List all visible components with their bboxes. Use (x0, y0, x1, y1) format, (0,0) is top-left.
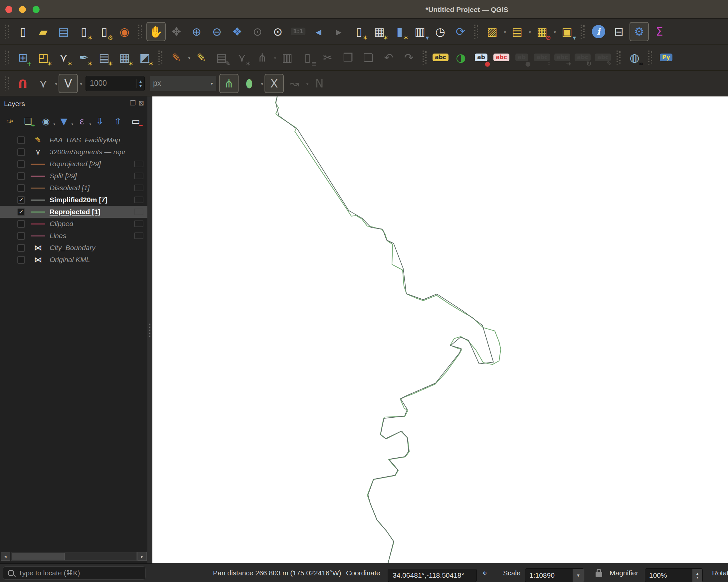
deselect-features-dropdown-icon[interactable]: ▾ (554, 30, 556, 34)
scroll-right-button[interactable]: ▸ (137, 552, 147, 561)
metasearch-button[interactable]: ◍∞ (625, 48, 644, 67)
select-features-by-value-dropdown-icon[interactable]: ▾ (529, 30, 531, 34)
layer-diagram-options-button[interactable]: ◑ (451, 48, 470, 67)
new-geopackage-layer-button[interactable]: ✒✶ (74, 48, 94, 67)
temporal-controller-button[interactable]: ◷ (431, 22, 450, 41)
float-panel-icon[interactable]: ❐ (130, 99, 136, 107)
new-virtual-layer-button[interactable]: ▦✶ (115, 48, 134, 67)
lock-scale-button[interactable] (596, 564, 602, 582)
layer-original-kml-checkbox[interactable] (17, 256, 25, 264)
layer-clipped[interactable]: Clipped (0, 218, 148, 230)
add-line-feature-button[interactable]: ⋎✶ (232, 48, 252, 67)
change-label-properties-button[interactable]: abc✎ (593, 48, 613, 67)
paste-features-button[interactable]: ❏ (359, 48, 378, 67)
scale-combobox[interactable]: 1:10890 ▾ (525, 566, 584, 582)
layer-original-kml[interactable]: ⋈Original KML (0, 254, 148, 266)
avoid-overlap-button[interactable]: N (310, 74, 329, 93)
zoom-last-button[interactable]: ◂ (309, 22, 328, 41)
layer-reprojected-1[interactable]: ✓Reprojected [1] (0, 206, 148, 218)
enable-tracing-button[interactable]: ↝▾ (285, 74, 304, 93)
rotate-label-button[interactable]: abc↻ (573, 48, 592, 67)
map-canvas[interactable] (152, 97, 728, 563)
zoom-in-button[interactable]: ⊕ (187, 22, 206, 41)
panel-splitter[interactable] (148, 97, 152, 563)
toolbar-grip-handle[interactable] (474, 25, 478, 38)
snapping-on-intersection-dropdown-icon[interactable]: ▾ (261, 81, 263, 86)
collapse-all-button[interactable]: ⇧ (110, 114, 125, 128)
snapping-units-dropdown-icon[interactable]: ▾ (211, 81, 213, 86)
scroll-left-button[interactable]: ◂ (1, 552, 10, 561)
show-layout-manager-button[interactable]: ▯⚙ (95, 22, 114, 41)
toolbar-grip-handle[interactable] (422, 51, 427, 64)
new-mesh-layer-button[interactable]: ◩✶ (135, 48, 154, 67)
layer-faa-uas-facilitymap-checkbox[interactable] (17, 136, 25, 144)
new-spatialite-layer-button[interactable]: ▤✶ (95, 48, 114, 67)
offset-label-button[interactable]: abc➜ (553, 48, 572, 67)
new-project-button[interactable]: ▯ (13, 22, 33, 41)
coordinate-input[interactable]: 34.06481°,-118.50418° (388, 566, 477, 582)
toolbar-grip-handle[interactable] (5, 25, 9, 38)
zoom-native-resolution-button[interactable]: 1:1 (288, 22, 308, 41)
new-map-view-button[interactable]: ▯✶ (349, 22, 369, 41)
manage-map-themes-dropdown-icon[interactable]: ▾ (53, 122, 55, 126)
snapping-mode-all-layers-button[interactable]: V▾ (58, 74, 78, 93)
zoom-to-layer-button[interactable]: ⊙ (268, 22, 287, 41)
filter-legend-dropdown-icon[interactable]: ▾ (71, 122, 73, 126)
snapping-tolerance-spinbox[interactable]: ▴▾ (85, 76, 145, 91)
python-console-button[interactable]: Py (656, 48, 676, 67)
toolbar-grip-handle[interactable] (5, 51, 9, 64)
remove-layer-button[interactable]: ▭− (128, 114, 143, 128)
copy-features-button[interactable]: ❐ (338, 48, 358, 67)
undo-button[interactable]: ↶ (379, 48, 398, 67)
layer-clipped-checkbox[interactable] (17, 220, 25, 228)
scrollbar-thumb[interactable] (11, 553, 65, 560)
layer-split-29[interactable]: Split [29] (0, 170, 148, 182)
open-project-button[interactable]: ▰ (34, 22, 53, 41)
select-features-dropdown-icon[interactable]: ▾ (504, 30, 506, 34)
refresh-map-button[interactable]: ⟳ (451, 22, 470, 41)
snapping-type-vertex-button[interactable]: ⋎▾ (34, 74, 53, 93)
current-edits-button[interactable]: ✎▾ (167, 48, 186, 67)
processing-toolbox-button[interactable]: ⚙ (629, 22, 649, 41)
locator-search-input[interactable]: Type to locate (⌘K) (3, 566, 146, 580)
select-features-by-value-button[interactable]: ▤▾ (508, 22, 527, 41)
scale-dropdown-icon[interactable]: ▾ (573, 569, 584, 582)
layer-lines[interactable]: Lines (0, 230, 148, 242)
layer-lines-checkbox[interactable] (17, 232, 25, 240)
layer-3200msegments[interactable]: ⋎3200mSegments — repr (0, 146, 148, 158)
magnifier-spinbox[interactable]: 100% ▴▾ (645, 566, 703, 582)
style-manager-button[interactable]: ◉ (115, 22, 134, 41)
close-panel-icon[interactable]: ⊠ (138, 99, 144, 107)
filter-by-expression-dropdown-icon[interactable]: ▾ (89, 122, 91, 126)
identify-features-button[interactable]: i (589, 22, 608, 41)
zoom-to-selection-button[interactable]: ⊙ (248, 22, 267, 41)
vertex-tool-button[interactable]: ⋔▾ (253, 48, 272, 67)
expand-all-button[interactable]: ⇩ (93, 114, 107, 128)
change-label-button[interactable]: abc◦ (532, 48, 552, 67)
toolbar-grip-handle[interactable] (617, 51, 621, 64)
filter-legend-button[interactable]: ▼▾ (57, 114, 71, 128)
close-window-button[interactable] (5, 6, 12, 13)
snapping-tolerance-spinner[interactable]: ▴▾ (136, 79, 145, 88)
current-edits-dropdown-icon[interactable]: ▾ (188, 56, 190, 60)
new-shapefile-layer-button[interactable]: ⋎✶ (54, 48, 73, 67)
toolbar-grip-handle[interactable] (648, 51, 652, 64)
layer-reprojected-29-checkbox[interactable] (17, 160, 25, 168)
toolbar-grip-handle[interactable] (158, 51, 163, 64)
layer-reprojected-29[interactable]: Reprojected [29] (0, 158, 148, 170)
delete-selected-button[interactable]: ▯≡ (298, 48, 317, 67)
topological-editing-button[interactable]: ⋔ (219, 74, 239, 93)
add-vector-layer-button[interactable]: ◰✶ (34, 48, 53, 67)
self-snapping-button[interactable]: X (264, 74, 284, 93)
toolbar-grip-handle[interactable] (138, 25, 142, 38)
layer-dissolved-1[interactable]: Dissolved [1] (0, 182, 148, 194)
open-field-calculator-button[interactable]: ⊟ (609, 22, 628, 41)
data-source-manager-button[interactable]: ⊞+ (13, 48, 33, 67)
layer-labeling-options-button[interactable]: abc (431, 48, 450, 67)
layer-city-boundary[interactable]: ⋈City_Boundary (0, 242, 148, 254)
open-layer-styling-button[interactable]: ✑ (3, 114, 17, 128)
layer-split-29-checkbox[interactable] (17, 172, 25, 180)
minimize-window-button[interactable] (19, 6, 26, 13)
save-layer-edits-button[interactable]: ▤✎ (212, 48, 231, 67)
show-spatial-bookmarks-button[interactable]: ▥▾ (410, 22, 430, 41)
